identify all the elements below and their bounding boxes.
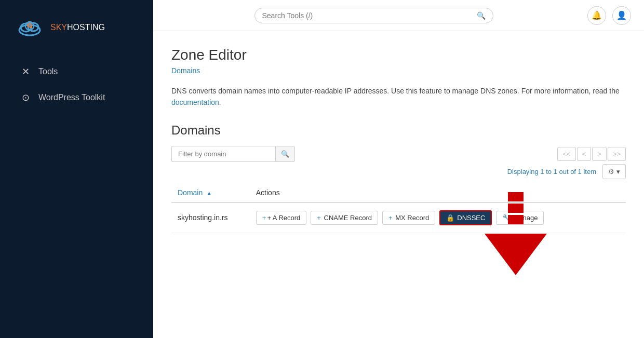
search-input[interactable] <box>262 11 473 20</box>
pagination-info-count: 1 <box>578 168 582 175</box>
notifications-button[interactable]: 🔔 <box>587 6 606 25</box>
documentation-link[interactable]: documentation <box>171 98 219 106</box>
filter-right: << < > >> <box>557 147 626 161</box>
table-body: skyhosting.in.rs ++ A Record + CNAME Rec… <box>171 202 626 233</box>
info-gear-container: Displaying 1 to 1 out of 1 item ⚙ ▾ <box>507 164 626 179</box>
sidebar-item-tools[interactable]: ✕ Tools <box>4 60 149 84</box>
pagination-buttons: << < > >> <box>557 147 626 161</box>
logo-text: SKYHOSTING <box>50 23 105 32</box>
breadcrumb[interactable]: Domains <box>171 66 626 75</box>
domain-actions: ++ A Record + CNAME Record + MX Record 🔒 <box>256 210 620 225</box>
sort-icon: ▲ <box>206 190 212 196</box>
user-icon: 👤 <box>616 10 627 20</box>
wrench-icon: 🔧 <box>502 214 511 222</box>
gear-icon: ⚙ <box>608 168 614 175</box>
header: 🔍 🔔 👤 <box>153 0 644 31</box>
actions-cell: ++ A Record + CNAME Record + MX Record 🔒 <box>250 202 626 233</box>
mx-label: MX Record <box>394 214 430 222</box>
plus-icon-mx: + <box>388 214 393 222</box>
domain-filter-input[interactable] <box>171 146 275 162</box>
domain-header-label: Domain <box>178 188 203 197</box>
pagination-last-button[interactable]: >> <box>608 147 626 161</box>
bell-icon: 🔔 <box>592 10 602 20</box>
actions-header-label: Actions <box>256 188 280 197</box>
dnssec-label: DNSSEC <box>457 214 485 222</box>
cname-label: CNAME Record <box>322 214 372 222</box>
sidebar-item-label-wordpress: WordPress Toolkit <box>38 93 105 102</box>
description-text-2: . <box>219 98 221 106</box>
manage-label: Manage <box>513 214 538 222</box>
plus-icon-a: + <box>262 214 266 222</box>
cname-record-button[interactable]: + CNAME Record <box>311 211 378 225</box>
pagination-next-button[interactable]: > <box>592 147 607 161</box>
sidebar: SKYHOSTING ✕ Tools ⊙ WordPress Toolkit <box>0 0 153 338</box>
a-record-button[interactable]: ++ A Record <box>256 211 307 225</box>
info-gear-row: Displaying 1 to 1 out of 1 item ⚙ ▾ <box>171 164 626 179</box>
gear-settings-button[interactable]: ⚙ ▾ <box>602 164 626 179</box>
domain-column-header[interactable]: Domain ▲ <box>171 183 250 202</box>
dnssec-button[interactable]: 🔒 DNSSEC <box>439 210 492 225</box>
description-text-1: DNS converts domain names into computer-… <box>171 87 620 95</box>
filter-left: 🔍 <box>171 146 295 162</box>
search-bar: 🔍 <box>254 8 493 23</box>
filter-search-button[interactable]: 🔍 <box>275 146 295 162</box>
main-content: 🔍 🔔 👤 Zone Editor Domains DNS converts d… <box>153 0 644 338</box>
pagination-info: Displaying 1 to 1 out of 1 item <box>507 168 596 175</box>
pagination-first-button[interactable]: << <box>557 147 575 161</box>
mx-record-button[interactable]: + MX Record <box>382 211 435 225</box>
tools-icon: ✕ <box>20 66 31 77</box>
pagination-info-suffix: item <box>582 168 596 175</box>
filter-pagination-row: 🔍 << < > >> <box>171 146 626 162</box>
domain-cell: skyhosting.in.rs <box>171 202 250 233</box>
sidebar-item-label-tools: Tools <box>38 67 58 76</box>
table-head: Domain ▲ Actions <box>171 183 626 202</box>
logo-icon <box>16 16 44 39</box>
domain-value: skyhosting.in.rs <box>178 213 227 222</box>
user-button[interactable]: 👤 <box>612 6 631 25</box>
pagination-info-prefix: Displaying 1 to 1 out of <box>507 168 578 175</box>
section-title: Domains <box>171 123 626 138</box>
wordpress-icon: ⊙ <box>20 92 31 103</box>
pagination-prev-button[interactable]: < <box>577 147 592 161</box>
content-wrapper: Zone Editor Domains DNS converts domain … <box>153 31 644 338</box>
logo: SKYHOSTING <box>0 0 153 52</box>
page-title: Zone Editor <box>171 47 626 63</box>
gear-dropdown-icon: ▾ <box>616 168 620 175</box>
actions-column-header: Actions <box>250 183 626 202</box>
manage-button[interactable]: 🔧 Manage <box>496 211 544 225</box>
content: Zone Editor Domains DNS converts domain … <box>153 31 644 249</box>
lock-icon: 🔒 <box>446 214 454 222</box>
sidebar-item-wordpress-toolkit[interactable]: ⊙ WordPress Toolkit <box>4 86 149 110</box>
search-icon: 🔍 <box>477 11 486 20</box>
sidebar-nav: ✕ Tools ⊙ WordPress Toolkit <box>0 60 153 110</box>
a-record-label: + A Record <box>267 214 300 222</box>
description: DNS converts domain names into computer-… <box>171 85 626 109</box>
plus-icon-cname: + <box>317 214 321 222</box>
table-header-row: Domain ▲ Actions <box>171 183 626 202</box>
table-row: skyhosting.in.rs ++ A Record + CNAME Rec… <box>171 202 626 233</box>
domains-table: Domain ▲ Actions skyhosting.in.rs <box>171 183 626 233</box>
